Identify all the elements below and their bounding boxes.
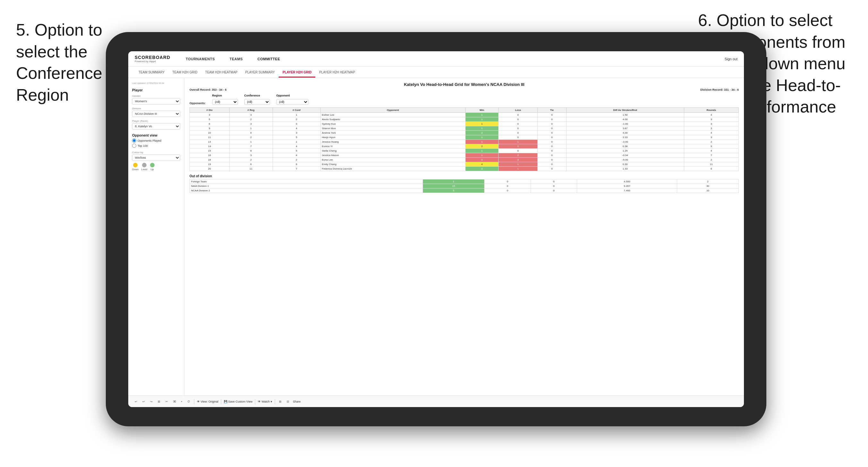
color-dot-level xyxy=(142,163,147,167)
color-indicators: Down Level Up xyxy=(132,163,180,171)
sign-out-link[interactable]: Sign out xyxy=(725,57,738,61)
th-opponent: Opponent xyxy=(320,108,465,113)
main-content: Last Updated: 27/03/2024 04:44 Player Ge… xyxy=(128,78,744,396)
table-row: 14 7 4 Eunice Yi 2 2 0 0.38 9 xyxy=(190,144,739,149)
th-conf: # Conf xyxy=(273,108,320,113)
table-row: 19 6 6 Emily Chang 4 1 0 0.30 11 xyxy=(190,162,739,167)
colour-by-dropdown[interactable]: Win/loss xyxy=(132,155,180,161)
region-section-label: Region xyxy=(212,94,238,97)
th-reg: # Reg xyxy=(229,108,273,113)
table-row: 11 2 5 Heejo Hyun 1 0 0 3.33 3 xyxy=(190,135,739,140)
conference-select[interactable]: (All) xyxy=(244,99,270,105)
division-dropdown[interactable]: NCAA Division III xyxy=(132,111,180,117)
nav-tournaments[interactable]: TOURNAMENTS xyxy=(183,56,217,62)
toolbar-share[interactable]: Share xyxy=(293,400,301,403)
sidebar: Last Updated: 27/03/2024 04:44 Player Ge… xyxy=(128,78,184,396)
toolbar-cut[interactable]: ✂ xyxy=(164,399,169,404)
table-row: 18 2 2 Euna Lee 0 3 0 -5.00 2 xyxy=(190,158,739,162)
division-label: Division xyxy=(132,107,180,110)
opponent-radio-group: Opponents Played Top 100 xyxy=(132,138,180,148)
th-div: # Div xyxy=(190,108,229,113)
gender-label: Gender xyxy=(132,95,180,97)
conference-section-label: Conference xyxy=(244,94,270,97)
last-updated: Last Updated: 27/03/2024 04:44 xyxy=(132,82,180,84)
toolbar-collapse[interactable]: ⊟ xyxy=(285,399,290,404)
sub-nav-player-h2h-heatmap[interactable]: PLAYER H2H HEATMAP xyxy=(315,68,359,77)
toolbar-clock[interactable]: ⏱ xyxy=(186,399,191,404)
sub-nav-team-h2h-heatmap[interactable]: TEAM H2H HEATMAP xyxy=(202,68,242,77)
gender-dropdown[interactable]: Women's xyxy=(132,98,180,104)
th-tie: Tie xyxy=(537,108,566,113)
sub-nav-team-h2h-grid[interactable]: TEAM H2H GRID xyxy=(169,68,202,77)
toolbar-sep2 xyxy=(221,399,221,404)
toolbar-grid[interactable]: ⊞ xyxy=(156,399,162,404)
main-data-table: # Div # Reg # Conf Opponent Win Loss Tie… xyxy=(189,107,739,171)
region-select[interactable]: (All) xyxy=(212,99,238,105)
color-label-level: Level xyxy=(141,168,147,171)
nav-teams[interactable]: TEAMS xyxy=(227,56,245,62)
toolbar-view-original[interactable]: 👁 View: Original xyxy=(197,400,218,403)
nav-committee[interactable]: COMMITTEE xyxy=(255,56,283,62)
out-of-division-label: Out of division xyxy=(189,174,739,178)
color-dot-down xyxy=(133,163,137,167)
sidebar-player-title: Player xyxy=(132,88,180,92)
player-rank-dropdown[interactable]: 8. Katelyn Vo xyxy=(132,123,180,129)
table-row: 16 3 4 Jessica Mason 1 2 0 -0.94 7 xyxy=(190,153,739,158)
table-row: 5 2 2 Alexis Sudjianto 1 0 0 4.00 3 xyxy=(190,117,739,122)
toolbar-redo[interactable]: ↪ xyxy=(149,399,154,404)
toolbar-expand[interactable]: ⊞ xyxy=(278,399,283,404)
toolbar-save-custom[interactable]: 💾 Save Custom View xyxy=(224,400,252,403)
filter-row: Opponents: Region (All) Conference (All) xyxy=(189,94,739,105)
color-dot-up xyxy=(150,163,155,167)
region-filter-group: Region (All) xyxy=(212,94,238,105)
logo-text: SCOREBOARD xyxy=(135,55,170,60)
th-loss: Loss xyxy=(499,108,538,113)
division-record: Division Record: 331 - 34 - 6 xyxy=(700,88,739,91)
table-row: 9 1 4 Sharon Mun 1 0 0 3.67 3 xyxy=(190,126,739,131)
opponent-radio-played[interactable]: Opponents Played xyxy=(132,138,180,143)
logo-area: SCOREBOARD Powered by clippd xyxy=(135,55,170,63)
bottom-toolbar: ↩ ↩ ↪ ⊞ ✂ ⌘ • ⏱ 👁 View: Original 💾 Save … xyxy=(128,396,744,407)
logo-sub: Powered by clippd xyxy=(135,60,170,63)
opponent-filter-group: Opponent (All) xyxy=(276,94,308,105)
table-row: 15 8 5 Stella Cheng 1 0 0 1.25 4 xyxy=(190,149,739,153)
out-of-division-table: Foreign Team 1 0 0 4.500 2 NAIA Division… xyxy=(189,179,739,193)
color-label-down: Down xyxy=(132,168,138,171)
sub-nav-team-summary[interactable]: TEAM SUMMARY xyxy=(135,68,169,77)
nav-bar: SCOREBOARD Powered by clippd TOURNAMENTS… xyxy=(128,51,744,67)
th-diff: Diff Av Strokes/Rnd xyxy=(566,108,684,113)
toolbar-dot[interactable]: • xyxy=(180,399,183,404)
colour-by-label: Colour by xyxy=(132,151,180,154)
toolbar-undo[interactable]: ↩ xyxy=(133,399,138,404)
th-win: Win xyxy=(465,108,499,113)
toolbar-undo2[interactable]: ↩ xyxy=(141,399,146,404)
toolbar-link[interactable]: ⌘ xyxy=(172,399,177,404)
sub-nav-player-h2h-grid[interactable]: PLAYER H2H GRID xyxy=(279,68,315,77)
tablet-frame: SCOREBOARD Powered by clippd TOURNAMENTS… xyxy=(106,32,766,426)
table-row: NCAA Division 2 5 0 0 7.400 10 xyxy=(190,188,739,193)
player-rank-label: Player (Rank) xyxy=(132,120,180,122)
opponent-radio-top100[interactable]: Top 100 xyxy=(132,144,180,148)
toolbar-watch[interactable]: 👁 Watch ▾ xyxy=(258,400,272,403)
conference-filter-group: Conference (All) xyxy=(244,94,270,105)
sub-nav: TEAM SUMMARY TEAM H2H GRID TEAM H2H HEAT… xyxy=(128,67,744,78)
color-label-up: Up xyxy=(150,168,154,171)
toolbar-sep1 xyxy=(194,399,194,404)
table-row: 10 6 3 Andrea York 2 0 0 4.00 4 xyxy=(190,131,739,135)
content-area: Katelyn Vo Head-to-Head Grid for Women's… xyxy=(184,78,744,396)
table-row: NAIA Division 1 15 0 0 9.267 30 xyxy=(190,184,739,188)
overall-record: Overall Record: 353 - 34 - 6 xyxy=(189,88,227,91)
content-title: Katelyn Vo Head-to-Head Grid for Women's… xyxy=(189,82,739,87)
records-row: Overall Record: 353 - 34 - 6 Division Re… xyxy=(189,88,739,91)
tablet-screen: SCOREBOARD Powered by clippd TOURNAMENTS… xyxy=(128,51,744,407)
opponent-view-title: Opponent view xyxy=(132,133,180,137)
table-row: 13 1 1 Jessica Huang 1 1 0 -3.00 2 xyxy=(190,140,739,144)
table-row: Foreign Team 1 0 0 4.500 2 xyxy=(190,180,739,184)
table-row: 3 3 1 Esther Lee 1 0 0 1.50 4 xyxy=(190,113,739,117)
opponent-section-label: Opponent xyxy=(276,94,308,97)
sub-nav-player-summary[interactable]: PLAYER SUMMARY xyxy=(242,68,279,77)
th-rounds: Rounds xyxy=(684,108,739,113)
opponent-select[interactable]: (All) xyxy=(276,99,308,105)
opponents-filter-label: Opponents: xyxy=(189,102,206,105)
table-row: 6 3 3 Sydney Kuo 1 0 0 -1.00 3 xyxy=(190,122,739,126)
